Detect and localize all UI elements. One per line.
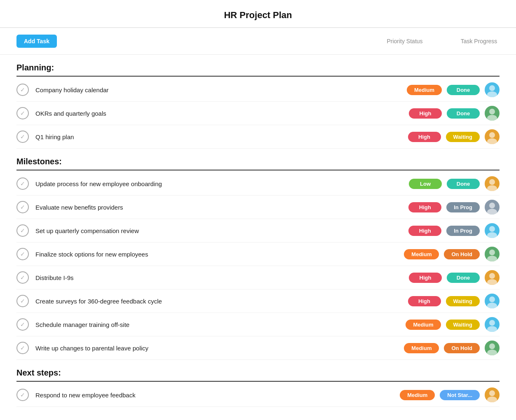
status-badge: In Prog (446, 226, 480, 236)
avatar (485, 106, 500, 121)
status-badge: Waiting (446, 296, 480, 306)
svg-point-0 (489, 85, 495, 91)
avatar (485, 223, 500, 238)
avatar (485, 176, 500, 191)
task-row[interactable]: ✓Write up changes to parental leave poli… (16, 336, 500, 360)
avatar (485, 270, 500, 285)
status-badge: In Prog (446, 202, 480, 212)
page-header: HR Project Plan (0, 0, 516, 28)
task-badges: MediumOn Hold (404, 343, 480, 353)
section-title: Planning: (16, 55, 500, 76)
svg-point-21 (487, 350, 497, 355)
svg-point-19 (487, 326, 497, 332)
priority-badge: High (408, 202, 441, 212)
priority-badge: High (409, 273, 442, 283)
svg-point-4 (489, 132, 495, 138)
task-check-icon: ✓ (16, 84, 29, 96)
task-check-icon: ✓ (16, 248, 29, 260)
task-badges: HighIn Prog (408, 226, 480, 236)
task-check-icon: ✓ (16, 342, 29, 354)
avatar (485, 129, 500, 144)
task-progress-header: Task Progress (458, 38, 500, 44)
priority-badge: High (409, 108, 442, 119)
task-row[interactable]: ✓Finalize stock options for new employee… (16, 243, 500, 266)
svg-point-9 (487, 209, 497, 215)
svg-point-20 (489, 343, 495, 349)
task-row[interactable]: ✓Update process for new employee onboard… (16, 172, 500, 196)
task-badges: MediumNot Star... (400, 390, 480, 400)
task-check-icon: ✓ (16, 107, 29, 119)
status-badge: On Hold (444, 343, 480, 353)
task-check-icon: ✓ (16, 389, 29, 401)
priority-badge: Medium (404, 343, 439, 353)
svg-point-2 (489, 109, 495, 114)
task-row[interactable]: ✓Schedule manager training off-siteMediu… (16, 313, 500, 336)
status-badge: Waiting (446, 320, 480, 330)
task-row[interactable]: ✓Distribute I-9sHighDone (16, 266, 500, 289)
task-badges: MediumWaiting (406, 320, 480, 330)
task-row[interactable]: ✓Q1 hiring planHighWaiting (16, 125, 500, 149)
priority-badge: High (408, 296, 441, 306)
status-badge: Done (447, 273, 480, 283)
avatar (485, 387, 500, 402)
svg-point-23 (487, 397, 497, 402)
priority-badge: High (408, 132, 441, 142)
section-planning: Planning:✓Company holiday calendarMedium… (0, 55, 516, 149)
task-check-icon: ✓ (16, 131, 29, 143)
task-row[interactable]: ✓Company holiday calendarMediumDone (16, 78, 500, 102)
svg-point-18 (489, 320, 495, 326)
status-badge: On Hold (444, 249, 480, 259)
task-name: Create surveys for 360-degree feedback c… (35, 298, 408, 305)
task-check-icon: ✓ (16, 177, 29, 190)
priority-badge: High (408, 226, 441, 236)
status-badge: Done (447, 85, 480, 95)
task-name: Company holiday calendar (35, 86, 407, 93)
task-row[interactable]: ✓Create surveys for 360-degree feedback … (16, 289, 500, 313)
priority-status-header: Priority Status (384, 38, 425, 44)
svg-point-5 (487, 138, 497, 144)
page-title: HR Project Plan (0, 10, 516, 21)
task-badges: HighDone (409, 108, 480, 119)
priority-badge: Medium (400, 390, 435, 400)
task-check-icon: ✓ (16, 271, 29, 284)
svg-point-16 (489, 296, 495, 302)
task-badges: MediumOn Hold (404, 249, 480, 259)
svg-point-7 (487, 185, 497, 191)
task-check-icon: ✓ (16, 201, 29, 213)
task-name: Distribute I-9s (35, 274, 409, 281)
task-row[interactable]: ✓Evaluate new benefits providersHighIn P… (16, 196, 500, 219)
svg-point-12 (489, 250, 495, 255)
section-title: Next steps: (16, 360, 500, 381)
task-row[interactable]: ✓Respond to new employee feedbackMediumN… (16, 383, 500, 407)
status-badge: Waiting (446, 132, 480, 142)
svg-point-1 (487, 91, 497, 97)
status-badge: Done (447, 108, 480, 119)
toolbar: Add Task Priority Status Task Progress (0, 28, 516, 55)
avatar (485, 200, 500, 215)
svg-point-3 (487, 115, 497, 121)
task-badges: HighWaiting (408, 132, 480, 142)
task-badges: HighDone (409, 273, 480, 283)
section-title: Milestones: (16, 149, 500, 170)
svg-point-15 (487, 279, 497, 285)
priority-badge: Medium (404, 249, 439, 259)
task-name: Finalize stock options for new employees (35, 251, 404, 258)
task-check-icon: ✓ (16, 224, 29, 237)
avatar (485, 341, 500, 355)
status-badge: Not Star... (440, 390, 480, 400)
svg-point-8 (489, 203, 495, 208)
section-next-steps: Next steps:✓Respond to new employee feed… (0, 360, 516, 407)
priority-badge: Medium (406, 320, 441, 330)
priority-badge: Low (409, 179, 442, 189)
svg-point-14 (489, 273, 495, 279)
svg-point-13 (487, 256, 497, 261)
avatar (485, 82, 500, 97)
svg-point-6 (489, 179, 495, 185)
add-task-button[interactable]: Add Task (16, 35, 57, 48)
task-row[interactable]: ✓Set up quarterly compensation reviewHig… (16, 219, 500, 243)
task-badges: MediumDone (407, 85, 480, 95)
task-check-icon: ✓ (16, 295, 29, 307)
svg-point-11 (487, 232, 497, 238)
avatar (485, 317, 500, 332)
task-row[interactable]: ✓OKRs and quarterly goalsHighDone (16, 102, 500, 125)
